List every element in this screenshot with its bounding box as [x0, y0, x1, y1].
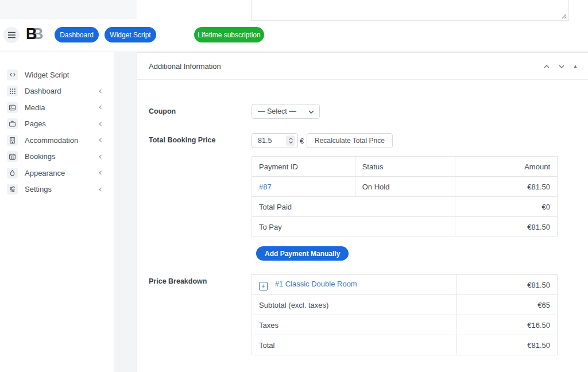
price-breakdown-label: Price Breakdown: [149, 277, 207, 285]
app-logo[interactable]: B B: [26, 25, 47, 44]
app-header: B B Dashboard Widget Script Lifetime sub…: [0, 19, 588, 51]
room-link[interactable]: #1 Classic Double Room: [275, 280, 357, 288]
move-down-icon[interactable]: [558, 63, 565, 70]
additional-information-panel: Additional Information ▲ Coupon — Select…: [137, 52, 588, 372]
sidebar-item-dashboard[interactable]: Dashboard: [0, 83, 114, 100]
panel-header: Additional Information ▲: [137, 53, 588, 80]
droplet-icon: [7, 168, 18, 179]
sidebar-item-label: Pages: [25, 119, 46, 128]
hamburger-menu-button[interactable]: [3, 27, 20, 43]
coupon-select[interactable]: — Select —: [252, 104, 320, 119]
col-amount: Amount: [455, 157, 558, 177]
total-paid-label: Total Paid: [252, 197, 455, 217]
sidebar-item-label: Bookings: [25, 152, 55, 161]
row-amount: €65: [457, 295, 558, 315]
add-payment-manually-button[interactable]: Add Payment Manually: [256, 246, 349, 261]
collapse-toggle-icon[interactable]: ▲: [573, 64, 578, 69]
table-row: + #1 Classic Double Room €81.50: [252, 275, 558, 295]
sidebar-item-label: Media: [25, 103, 45, 112]
to-pay-label: To Pay: [252, 217, 455, 237]
table-row: Total €81.50: [252, 335, 558, 355]
total-paid-amount: €0: [455, 197, 558, 217]
total-paid-row: Total Paid €0: [252, 197, 558, 217]
payments-table: Payment ID Status Amount #87 On Hold €81…: [252, 156, 558, 237]
row-amount: €81.50: [457, 275, 558, 295]
payment-status: On Hold: [355, 177, 455, 197]
sidebar-item-settings[interactable]: Settings: [0, 181, 114, 198]
total-price-input[interactable]: [252, 134, 284, 148]
sidebar-item-widget-script[interactable]: Widget Script: [0, 67, 114, 83]
row-amount: €16.50: [457, 315, 558, 335]
currency-symbol: €: [300, 137, 304, 145]
sidebar-item-label: Widget Script: [25, 71, 69, 79]
chevron-left-icon: [98, 154, 103, 160]
row-label: Subtotal (excl. taxes): [252, 295, 457, 315]
hamburger-icon: [7, 32, 16, 38]
image-icon: [7, 102, 18, 113]
chevron-down-icon: [308, 110, 314, 114]
payment-id-link[interactable]: #87: [259, 183, 272, 191]
briefcase-icon: [7, 118, 18, 129]
col-status: Status: [355, 157, 455, 177]
resize-grip-icon[interactable]: [560, 13, 567, 20]
table-row: Taxes €16.50: [252, 315, 558, 335]
row-amount: €81.50: [457, 335, 558, 355]
coupon-select-value: — Select —: [258, 107, 296, 115]
price-breakdown-table: + #1 Classic Double Room €81.50 Subtotal…: [252, 274, 558, 355]
total-price-input-wrap: [252, 133, 298, 148]
logo-letter: B: [26, 25, 37, 43]
dashboard-button[interactable]: Dashboard: [55, 27, 99, 42]
panel-title: Additional Information: [149, 53, 221, 80]
sidebar-item-bookings[interactable]: Bookings: [0, 149, 114, 165]
spinner-down-icon: [289, 141, 293, 144]
notes-textarea[interactable]: [251, 0, 569, 21]
col-payment-id: Payment ID: [252, 157, 355, 177]
move-up-icon[interactable]: [543, 63, 550, 70]
row-label: Total: [252, 335, 457, 355]
widget-script-button[interactable]: Widget Script: [105, 27, 156, 42]
chevron-left-icon: [98, 88, 103, 94]
sidebar-item-pages[interactable]: Pages: [0, 116, 114, 133]
sidebar-item-label: Settings: [25, 185, 52, 193]
row-label: Taxes: [252, 315, 457, 335]
calendar-icon: [7, 151, 18, 162]
sidebar-item-appearance[interactable]: Appearance: [0, 165, 114, 181]
sidebar-item-label: Accommodation: [25, 136, 78, 145]
spinner-up-icon: [289, 138, 293, 140]
expand-plus-icon[interactable]: +: [259, 282, 268, 290]
sidebar-gutter: [115, 52, 137, 372]
sidebar-item-label: Appearance: [25, 169, 65, 177]
chevron-left-icon: [98, 187, 103, 192]
code-icon: [7, 69, 18, 80]
payment-row: #87 On Hold €81.50: [252, 177, 558, 197]
table-row: Subtotal (excl. taxes) €65: [252, 295, 558, 315]
coupon-label: Coupon: [149, 107, 176, 115]
chevron-left-icon: [98, 104, 103, 110]
sidebar: Widget Script Dashboard Media Pages: [0, 52, 114, 372]
total-booking-price-label: Total Booking Price: [149, 136, 215, 144]
chevron-left-icon: [98, 137, 103, 143]
sidebar-item-accommodation[interactable]: Accommodation: [0, 132, 114, 149]
grid-icon: [7, 86, 18, 96]
chevron-left-icon: [98, 170, 103, 176]
payment-amount: €81.50: [455, 177, 558, 197]
number-spinner[interactable]: [286, 135, 295, 146]
to-pay-row: To Pay €81.50: [252, 217, 558, 237]
sidebar-item-label: Dashboard: [25, 87, 61, 95]
payments-header-row: Payment ID Status Amount: [252, 157, 558, 177]
lifetime-subscription-badge[interactable]: Lifetime subscription: [194, 27, 264, 42]
sliders-icon: [7, 184, 18, 195]
recalculate-total-price-button[interactable]: Recalculate Total Price: [307, 133, 393, 148]
building-icon: [7, 135, 18, 146]
chevron-left-icon: [98, 121, 103, 127]
to-pay-amount: €81.50: [455, 217, 558, 237]
sidebar-item-media[interactable]: Media: [0, 99, 114, 116]
